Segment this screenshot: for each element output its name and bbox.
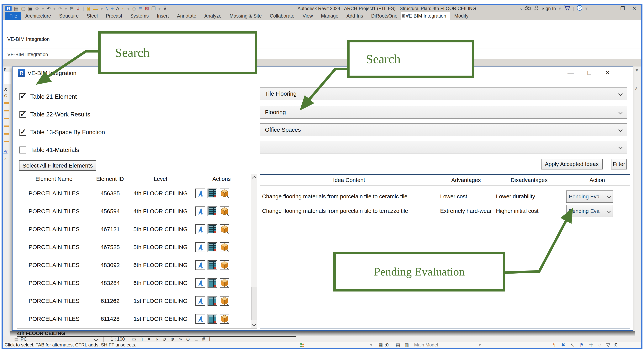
tag-icon[interactable]: ⌖ (111, 6, 114, 11)
ribbon-tab[interactable]: Add-Ins (342, 12, 367, 20)
element-row[interactable]: PORCELAIN TILES 467525 5th FLOOR CEILING (17, 238, 251, 256)
shadows-icon[interactable]: ◑ (155, 336, 158, 342)
ribbon-button-label[interactable]: VE-BIM Integration (7, 36, 50, 42)
design-options-icon[interactable]: ▤ (396, 342, 400, 348)
worksharing-icon[interactable] (300, 342, 304, 348)
minimize-button[interactable]: — (608, 6, 613, 12)
select-cursor-icon[interactable]: ↖ (570, 342, 575, 348)
collapse-caret-icon[interactable]: ‹ (520, 6, 522, 11)
chevron-down-icon[interactable] (94, 337, 98, 341)
sun-path-icon[interactable]: ✸ (147, 336, 151, 342)
dropdown-caret-icon[interactable]: ▾ (100, 6, 103, 11)
undo-icon[interactable]: ↶ (47, 6, 51, 11)
dropdown-caret-icon[interactable]: ▾ (53, 6, 56, 11)
open-schedule-icon[interactable] (208, 314, 217, 324)
search-filter-combobox[interactable]: Tile Flooring (260, 87, 627, 100)
dropdown-caret-icon[interactable]: ▾ (127, 6, 130, 11)
table-filter-row[interactable]: Table 41-Materials (20, 141, 154, 159)
signin-label[interactable]: Sign In (542, 6, 556, 11)
temporary-hide-icon[interactable]: ⊑ (194, 336, 198, 342)
thin-lines-icon[interactable]: ≣ (138, 6, 142, 11)
checkbox[interactable] (20, 93, 26, 100)
show-3d-icon[interactable] (220, 260, 229, 270)
ribbon-tab[interactable]: Insert (153, 12, 173, 20)
switch-windows-icon[interactable]: ❐ (152, 6, 156, 11)
checkbox[interactable] (20, 111, 26, 118)
select-pinned-icon[interactable]: ⚑ (580, 342, 584, 348)
close-button[interactable]: ✕ (632, 6, 636, 12)
open-schedule-icon[interactable] (208, 224, 217, 234)
open-icon[interactable]: ▢ (21, 6, 26, 11)
filter-button[interactable]: Filter (611, 159, 627, 169)
ribbon-tab[interactable]: File (6, 12, 21, 20)
ribbon-tab[interactable]: Structure (55, 12, 83, 20)
dialog-close-button[interactable]: ✕ (605, 69, 610, 76)
glasses-icon[interactable]: ∞ (178, 336, 182, 342)
ribbon-tab[interactable]: Analyze (200, 12, 226, 20)
navigation-bar-icon[interactable]: ▼ (635, 68, 639, 73)
search-filter-combobox[interactable]: Flooring (260, 106, 627, 119)
spinner-icon[interactable]: ◌ (598, 342, 601, 348)
ribbon-state-toggle[interactable]: ▣ ▾ (399, 12, 412, 20)
show-3d-icon[interactable] (220, 278, 229, 288)
ribbon-tab[interactable]: Annotate (173, 12, 200, 20)
customize-qat-icon[interactable]: ⊽ (163, 6, 167, 11)
scroll-up-icon[interactable] (252, 176, 256, 180)
select-element-icon[interactable] (196, 224, 205, 234)
select-by-face-icon[interactable]: ✛ (589, 342, 593, 348)
measure-on-icon[interactable]: ⊕ (170, 336, 174, 342)
search-icon[interactable] (524, 6, 531, 12)
ribbon-tab[interactable]: Massing & Site (226, 12, 266, 20)
editable-worksets[interactable]: ▦ :0 (378, 342, 389, 348)
crop-region-icon[interactable]: ▯ (140, 336, 143, 342)
properties-help-link[interactable]: Pr (4, 149, 8, 154)
section-icon[interactable]: ◇ (132, 6, 136, 11)
open-schedule-icon[interactable] (208, 278, 217, 288)
show-3d-icon[interactable] (220, 296, 229, 306)
idea-action-dropdown[interactable]: Pending Eva (566, 205, 613, 217)
element-row[interactable]: PORCELAIN TILES 456385 4th FLOOR CEILING (17, 184, 251, 202)
view-scale[interactable]: 1 : 100 (110, 336, 125, 342)
table-filter-row[interactable]: Table 21-Element (20, 88, 154, 106)
ribbon-tab[interactable]: View (298, 12, 317, 20)
drag-elements-icon[interactable]: ✖ (561, 342, 566, 348)
reveal-constraints-icon[interactable]: ⊢ (209, 336, 213, 342)
ribbon-tab[interactable]: Collaborate (266, 12, 298, 20)
open-schedule-icon[interactable] (208, 189, 217, 198)
dropdown-caret-icon[interactable]: ▾ (559, 6, 561, 11)
ribbon-tab[interactable]: Precast (102, 12, 126, 20)
show-3d-icon[interactable] (220, 206, 229, 216)
measure-off-icon[interactable]: ⊘ (162, 336, 166, 342)
show-3d-icon[interactable] (220, 224, 229, 234)
checkbox[interactable] (20, 129, 26, 136)
main-model-icon[interactable]: ▥ (404, 342, 409, 348)
element-row[interactable]: PORCELAIN TILES 467121 5th FLOOR CEILING (17, 220, 251, 238)
user-icon[interactable] (534, 5, 539, 12)
project-browser-icon[interactable]: ▤ (14, 6, 19, 11)
ribbon-tab[interactable]: DiRootsOne (367, 12, 402, 20)
text-icon[interactable]: A (116, 6, 119, 11)
search-filter-combobox[interactable] (260, 141, 627, 153)
ve-bim-ribbon-button[interactable] (14, 21, 34, 37)
ribbon-tab[interactable]: Systems (126, 12, 153, 20)
checkbox[interactable] (20, 147, 26, 153)
apply-accepted-ideas-button[interactable]: Apply Accepted Ideas (541, 159, 602, 169)
separator[interactable]: | (83, 6, 84, 11)
home-view-icon[interactable]: ⌂ (122, 6, 125, 11)
select-links-icon[interactable]: ↰ (552, 342, 556, 348)
open-schedule-icon[interactable] (208, 206, 217, 216)
aligned-dimension-icon[interactable]: ╲ (106, 6, 108, 11)
scroll-down-icon[interactable] (252, 322, 256, 326)
table-filter-row[interactable]: Table 13-Space By Function (20, 123, 154, 141)
show-3d-icon[interactable] (220, 242, 229, 252)
ribbon-tab[interactable]: Manage (317, 12, 342, 20)
select-element-icon[interactable] (196, 278, 205, 288)
scrollbar-thumb[interactable] (252, 287, 257, 320)
select-all-filtered-elements-button[interactable]: Select All Filtered Elements (19, 160, 96, 171)
dropdown-caret-icon[interactable]: ▾ (479, 342, 481, 348)
idea-action-dropdown[interactable]: Pending Eva (566, 190, 613, 203)
select-element-icon[interactable] (196, 314, 205, 324)
export-icon[interactable]: ↧ (76, 6, 80, 11)
restore-button[interactable]: ❐ (620, 6, 625, 12)
ribbon-tab[interactable]: Modify (450, 12, 473, 20)
